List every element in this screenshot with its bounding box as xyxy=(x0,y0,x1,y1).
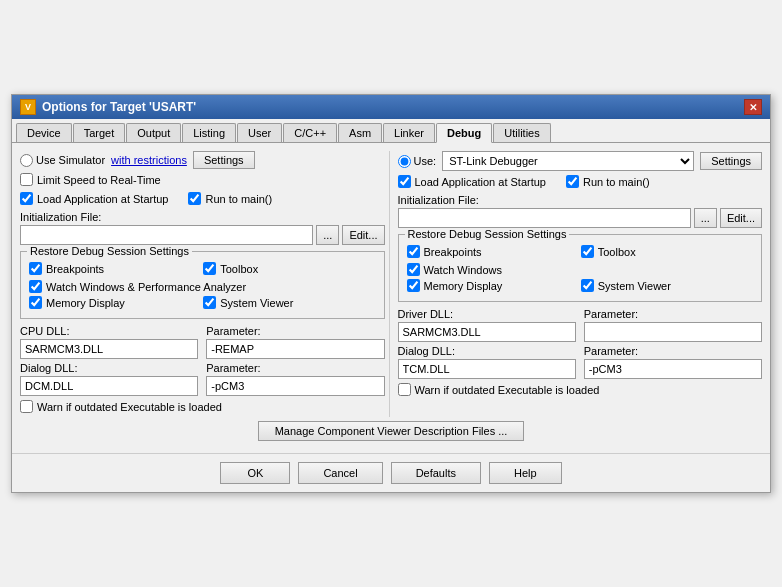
memory-display-left-label[interactable]: Memory Display xyxy=(29,296,201,309)
init-file-right-input[interactable] xyxy=(398,208,691,228)
tab-user[interactable]: User xyxy=(237,123,282,142)
title-bar: V Options for Target 'USART' ✕ xyxy=(12,95,770,119)
cpu-dll-col: CPU DLL: xyxy=(20,325,198,359)
watch-windows-left-checkbox[interactable] xyxy=(29,280,42,293)
driver-dll-section: Driver DLL: Parameter: Dialog DLL: xyxy=(398,308,763,379)
limit-speed-checkbox[interactable] xyxy=(20,173,33,186)
dialog-param-input-right[interactable] xyxy=(584,359,762,379)
dialog-dll-label-right: Dialog DLL: xyxy=(398,345,576,357)
tab-target[interactable]: Target xyxy=(73,123,126,142)
simulator-settings-button[interactable]: Settings xyxy=(193,151,255,169)
limit-speed-row: Limit Speed to Real-Time xyxy=(20,173,385,186)
load-app-left-checkbox[interactable] xyxy=(20,192,33,205)
tab-asm[interactable]: Asm xyxy=(338,123,382,142)
system-viewer-left-label[interactable]: System Viewer xyxy=(203,296,375,309)
init-file-left-input-row: ... Edit... xyxy=(20,225,385,245)
restore-debug-right-title: Restore Debug Session Settings xyxy=(405,228,570,240)
driver-param-input[interactable] xyxy=(584,322,762,342)
toolbox-left-label[interactable]: Toolbox xyxy=(203,262,375,275)
debugger-select[interactable]: ST-Link Debugger xyxy=(442,151,694,171)
init-file-left-section: Initialization File: ... Edit... xyxy=(20,211,385,245)
warn-row-left: Warn if outdated Executable is loaded xyxy=(20,400,385,413)
tab-debug[interactable]: Debug xyxy=(436,123,492,143)
use-debugger-row: Use: ST-Link Debugger Settings xyxy=(398,151,763,171)
panels-container: Use Simulator with restrictions Settings… xyxy=(20,151,762,417)
memory-display-right-checkbox[interactable] xyxy=(407,279,420,292)
use-simulator-label[interactable]: Use Simulator xyxy=(20,154,105,167)
memory-display-right-label[interactable]: Memory Display xyxy=(407,279,579,292)
left-panel: Use Simulator with restrictions Settings… xyxy=(20,151,390,417)
dialog-param-col-right: Parameter: xyxy=(584,345,762,379)
watch-windows-right-label[interactable]: Watch Windows xyxy=(407,263,754,276)
cpu-param-col: Parameter: xyxy=(206,325,384,359)
tab-cpp[interactable]: C/C++ xyxy=(283,123,337,142)
dialog-dll-label-left: Dialog DLL: xyxy=(20,362,198,374)
cpu-dll-input[interactable] xyxy=(20,339,198,359)
init-edit-right-button[interactable]: Edit... xyxy=(720,208,762,228)
with-restrictions-link[interactable]: with restrictions xyxy=(111,154,187,166)
load-app-left-label[interactable]: Load Application at Startup xyxy=(20,192,168,205)
right-panel: Use: ST-Link Debugger Settings Load Appl… xyxy=(398,151,763,417)
watch-windows-right-checkbox[interactable] xyxy=(407,263,420,276)
init-file-left-input[interactable] xyxy=(20,225,313,245)
tab-bar: Device Target Output Listing User C/C++ … xyxy=(12,119,770,143)
tab-device[interactable]: Device xyxy=(16,123,72,142)
run-to-main-right-checkbox[interactable] xyxy=(566,175,579,188)
use-debugger-radio-label[interactable]: Use: xyxy=(398,155,437,168)
run-to-main-left-checkbox[interactable] xyxy=(188,192,201,205)
use-debugger-radio[interactable] xyxy=(398,155,411,168)
tab-listing[interactable]: Listing xyxy=(182,123,236,142)
dialog-dll-input-right[interactable] xyxy=(398,359,576,379)
toolbox-right-label[interactable]: Toolbox xyxy=(581,245,753,258)
manage-button[interactable]: Manage Component Viewer Description File… xyxy=(258,421,525,441)
ok-button[interactable]: OK xyxy=(220,462,290,484)
breakpoints-left-checkbox[interactable] xyxy=(29,262,42,275)
main-dialog: V Options for Target 'USART' ✕ Device Ta… xyxy=(11,94,771,493)
init-file-right-input-row: ... Edit... xyxy=(398,208,763,228)
system-viewer-right-checkbox[interactable] xyxy=(581,279,594,292)
warn-label-left: Warn if outdated Executable is loaded xyxy=(37,401,222,413)
dialog-dll-row-right: Dialog DLL: Parameter: xyxy=(398,345,763,379)
init-browse-left-button[interactable]: ... xyxy=(316,225,339,245)
defaults-button[interactable]: Defaults xyxy=(391,462,481,484)
debugger-settings-button[interactable]: Settings xyxy=(700,152,762,170)
init-edit-left-button[interactable]: Edit... xyxy=(342,225,384,245)
breakpoints-left-label[interactable]: Breakpoints xyxy=(29,262,201,275)
tab-utilities[interactable]: Utilities xyxy=(493,123,550,142)
breakpoints-right-label[interactable]: Breakpoints xyxy=(407,245,579,258)
dialog-param-col-left: Parameter: xyxy=(206,362,384,396)
tab-linker[interactable]: Linker xyxy=(383,123,435,142)
warn-checkbox-right[interactable] xyxy=(398,383,411,396)
toolbox-right-checkbox[interactable] xyxy=(581,245,594,258)
memory-display-left-checkbox[interactable] xyxy=(29,296,42,309)
cancel-button[interactable]: Cancel xyxy=(298,462,382,484)
cpu-param-input[interactable] xyxy=(206,339,384,359)
tab-output[interactable]: Output xyxy=(126,123,181,142)
dialog-dll-col-left: Dialog DLL: xyxy=(20,362,198,396)
help-button[interactable]: Help xyxy=(489,462,562,484)
driver-dll-input[interactable] xyxy=(398,322,576,342)
system-viewer-right-label[interactable]: System Viewer xyxy=(581,279,753,292)
load-app-right-checkbox[interactable] xyxy=(398,175,411,188)
system-viewer-left-checkbox[interactable] xyxy=(203,296,216,309)
toolbox-left-checkbox[interactable] xyxy=(203,262,216,275)
init-browse-right-button[interactable]: ... xyxy=(694,208,717,228)
cpu-dll-label: CPU DLL: xyxy=(20,325,198,337)
run-to-main-left-label[interactable]: Run to main() xyxy=(188,192,272,205)
dialog-param-input-left[interactable] xyxy=(206,376,384,396)
driver-param-col: Parameter: xyxy=(584,308,762,342)
dialog-dll-input-left[interactable] xyxy=(20,376,198,396)
init-file-right-label: Initialization File: xyxy=(398,194,763,206)
close-button[interactable]: ✕ xyxy=(744,99,762,115)
run-to-main-right-label[interactable]: Run to main() xyxy=(566,175,650,188)
watch-windows-left-label[interactable]: Watch Windows & Performance Analyzer xyxy=(29,280,376,293)
init-file-right-section: Initialization File: ... Edit... xyxy=(398,194,763,228)
debug-checkboxes-left: Breakpoints Toolbox xyxy=(29,262,376,278)
load-app-right-label[interactable]: Load Application at Startup xyxy=(398,175,546,188)
breakpoints-right-checkbox[interactable] xyxy=(407,245,420,258)
title-bar-left: V Options for Target 'USART' xyxy=(20,99,196,115)
warn-checkbox-left[interactable] xyxy=(20,400,33,413)
init-file-left-label: Initialization File: xyxy=(20,211,385,223)
simulator-radio[interactable] xyxy=(20,154,33,167)
cpu-dll-section: CPU DLL: Parameter: Dialog DLL: xyxy=(20,325,385,396)
